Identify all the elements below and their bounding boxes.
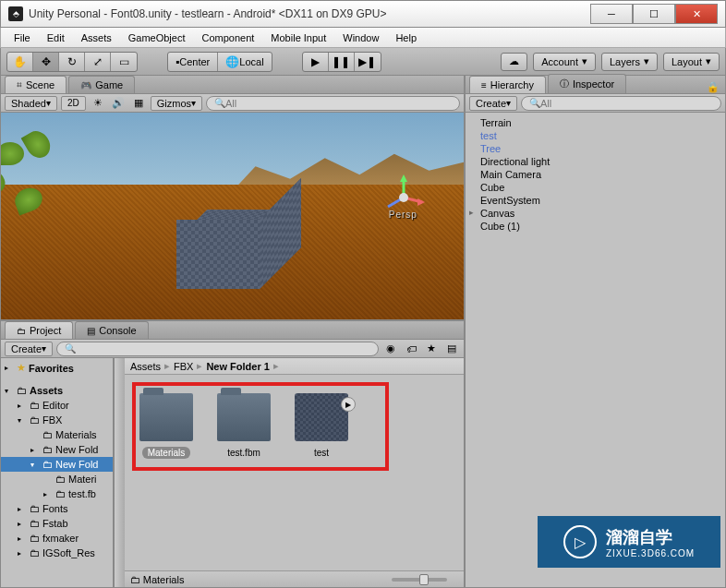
hier-item-directional-light[interactable]: Directional light bbox=[466, 155, 725, 168]
tab-console[interactable]: ▤Console bbox=[75, 321, 148, 339]
tree-item[interactable]: ▸🗀fxmaker bbox=[1, 531, 113, 546]
tree-item[interactable]: ▸🗀Fonts bbox=[1, 501, 113, 516]
breadcrumb: Assets▸ FBX▸ New Folder 1▸ bbox=[125, 358, 464, 375]
tree-item-selected[interactable]: ▾🗀New Fold bbox=[1, 457, 113, 472]
hierarchy-tabrow: ≡Hierarchy ⓘInspector 🔒 bbox=[466, 76, 725, 94]
minimize-button[interactable]: ─ bbox=[590, 4, 633, 24]
hier-item-test[interactable]: test bbox=[466, 129, 725, 142]
folder-icon bbox=[217, 393, 271, 441]
menu-window[interactable]: Window bbox=[335, 30, 386, 45]
transform-tools: ✋ ✥ ↻ ⤢ ▭ bbox=[6, 52, 138, 72]
menu-file[interactable]: File bbox=[6, 30, 38, 45]
tree-scrollbar[interactable] bbox=[114, 358, 125, 587]
hier-item-cube1[interactable]: Cube (1) bbox=[466, 220, 725, 233]
tree-item[interactable]: 🗀Materi bbox=[1, 472, 113, 486]
lighting-toggle[interactable]: ☀ bbox=[90, 96, 106, 111]
maximize-button[interactable]: ☐ bbox=[633, 4, 675, 24]
layout-dropdown[interactable]: Layout ▾ bbox=[663, 53, 720, 71]
rotate-tool[interactable]: ↻ bbox=[59, 53, 85, 71]
hierarchy-create-dropdown[interactable]: Create ▾ bbox=[469, 96, 517, 111]
lock-icon[interactable]: 🔒 bbox=[701, 81, 725, 93]
filter-icon[interactable]: ◉ bbox=[382, 342, 399, 356]
fx-toggle[interactable]: ▦ bbox=[130, 96, 147, 111]
close-button[interactable]: ✕ bbox=[675, 4, 718, 24]
scene-viewport[interactable]: Persp bbox=[1, 113, 464, 319]
watermark-overlay: ▷ 溜溜自学 ZIXUE.3D66.COM bbox=[538, 516, 720, 568]
label-icon[interactable]: 🏷 bbox=[403, 342, 419, 356]
asset-label: test.fbm bbox=[222, 447, 266, 459]
tab-game[interactable]: 🎮Game bbox=[68, 76, 135, 93]
center-button[interactable]: ▪ Center bbox=[168, 53, 218, 71]
hier-item-main-camera[interactable]: Main Camera bbox=[466, 168, 725, 181]
shaded-dropdown[interactable]: Shaded ▾ bbox=[5, 96, 57, 111]
cloud-button[interactable]: ☁ bbox=[501, 53, 527, 71]
tree-item[interactable]: ▾🗀FBX bbox=[1, 413, 113, 427]
tab-hierarchy[interactable]: ≡Hierarchy bbox=[469, 76, 546, 93]
tree-item[interactable]: ▸🗀Editor bbox=[1, 398, 113, 413]
project-create-dropdown[interactable]: Create ▾ bbox=[5, 342, 53, 356]
tree-assets[interactable]: ▾🗀Assets bbox=[1, 383, 113, 398]
tree-item[interactable]: ▸🗀test.fb bbox=[1, 486, 113, 501]
svg-marker-4 bbox=[400, 174, 407, 182]
asset-label: Materials bbox=[142, 447, 191, 459]
hier-item-terrain[interactable]: Terrain bbox=[466, 116, 725, 129]
tab-scene[interactable]: ⌗Scene bbox=[5, 76, 67, 93]
asset-folder-materials[interactable]: Materials bbox=[139, 393, 193, 459]
tree-item[interactable]: ▸🗀IGSoft_Res bbox=[1, 546, 113, 560]
scene-tabrow: ⌗Scene 🎮Game bbox=[1, 76, 464, 94]
tree-item[interactable]: ▸🗀Fstab bbox=[1, 516, 113, 531]
menu-mobile-input[interactable]: Mobile Input bbox=[263, 30, 333, 45]
tab-project[interactable]: 🗀Project bbox=[5, 321, 73, 339]
folder-icon bbox=[139, 393, 193, 441]
hierarchy-toolbar: Create ▾ 🔍 All bbox=[466, 94, 725, 113]
scale-tool[interactable]: ⤢ bbox=[85, 53, 111, 71]
menu-component[interactable]: Component bbox=[194, 30, 261, 45]
rect-tool[interactable]: ▭ bbox=[111, 53, 137, 71]
hier-item-cube[interactable]: Cube bbox=[466, 181, 725, 194]
asset-model-test[interactable]: ▶ test bbox=[295, 393, 348, 459]
project-grid[interactable]: Materials test.fbm ▶ test bbox=[125, 375, 464, 570]
mode-2d-toggle[interactable]: 2D bbox=[61, 96, 86, 111]
account-dropdown[interactable]: Account ▾ bbox=[533, 53, 596, 71]
tree-favorites[interactable]: ▸★Favorites bbox=[1, 360, 113, 376]
left-column: ⌗Scene 🎮Game Shaded ▾ 2D ☀ 🔊 ▦ Gizmos ▾ … bbox=[1, 76, 466, 587]
step-button[interactable]: ▶❚ bbox=[355, 53, 381, 71]
tab-inspector[interactable]: ⓘInspector bbox=[548, 74, 626, 93]
hand-tool[interactable]: ✋ bbox=[7, 53, 33, 71]
window-buttons: ─ ☐ ✕ bbox=[590, 4, 718, 24]
layers-dropdown[interactable]: Layers ▾ bbox=[601, 53, 658, 71]
hidden-icon[interactable]: ▤ bbox=[443, 342, 460, 356]
move-tool[interactable]: ✥ bbox=[33, 53, 59, 71]
menu-edit[interactable]: Edit bbox=[40, 30, 72, 45]
scene-toolbar: Shaded ▾ 2D ☀ 🔊 ▦ Gizmos ▾ 🔍 All bbox=[1, 94, 464, 113]
breadcrumb-item[interactable]: Assets bbox=[130, 361, 161, 372]
play-button[interactable]: ▶ bbox=[303, 53, 329, 71]
scene-search[interactable]: 🔍 All bbox=[206, 96, 460, 111]
breadcrumb-item[interactable]: FBX bbox=[174, 361, 193, 372]
menu-help[interactable]: Help bbox=[388, 30, 424, 45]
menu-gameobject[interactable]: GameObject bbox=[121, 30, 193, 45]
local-button[interactable]: 🌐 Local bbox=[218, 53, 271, 71]
hier-item-canvas[interactable]: Canvas bbox=[466, 207, 725, 220]
menu-assets[interactable]: Assets bbox=[74, 30, 119, 45]
gizmos-dropdown[interactable]: Gizmos ▾ bbox=[151, 96, 202, 111]
project-tree[interactable]: ▸★Favorites ▾🗀Assets ▸🗀Editor ▾🗀FBX 🗀Mat… bbox=[1, 358, 114, 587]
hier-item-tree[interactable]: Tree bbox=[466, 142, 725, 155]
star-icon[interactable]: ★ bbox=[423, 342, 440, 356]
main-toolbar: ✋ ✥ ↻ ⤢ ▭ ▪ Center 🌐 Local ▶ ❚❚ ▶❚ ☁ Acc… bbox=[0, 48, 726, 76]
icon-size-slider[interactable] bbox=[392, 578, 447, 582]
project-content: Assets▸ FBX▸ New Folder 1▸ Materials tes… bbox=[125, 358, 464, 587]
project-footer: 🗀 Materials bbox=[125, 570, 464, 587]
unity-logo-icon: ⬘ bbox=[8, 6, 23, 21]
audio-toggle[interactable]: 🔊 bbox=[110, 96, 127, 111]
project-search[interactable]: 🔍 bbox=[56, 342, 379, 356]
breadcrumb-current[interactable]: New Folder 1 bbox=[206, 361, 269, 372]
tree-item[interactable]: ▸🗀New Fold bbox=[1, 442, 113, 457]
asset-folder-testfbm[interactable]: test.fbm bbox=[217, 393, 271, 459]
hierarchy-search[interactable]: 🔍 All bbox=[521, 96, 721, 111]
pause-button[interactable]: ❚❚ bbox=[329, 53, 355, 71]
hier-item-eventsystem[interactable]: EventSystem bbox=[466, 194, 725, 207]
model-icon: ▶ bbox=[295, 393, 348, 441]
tree-item[interactable]: 🗀Materials bbox=[1, 427, 113, 442]
footer-path: Materials bbox=[143, 574, 185, 585]
